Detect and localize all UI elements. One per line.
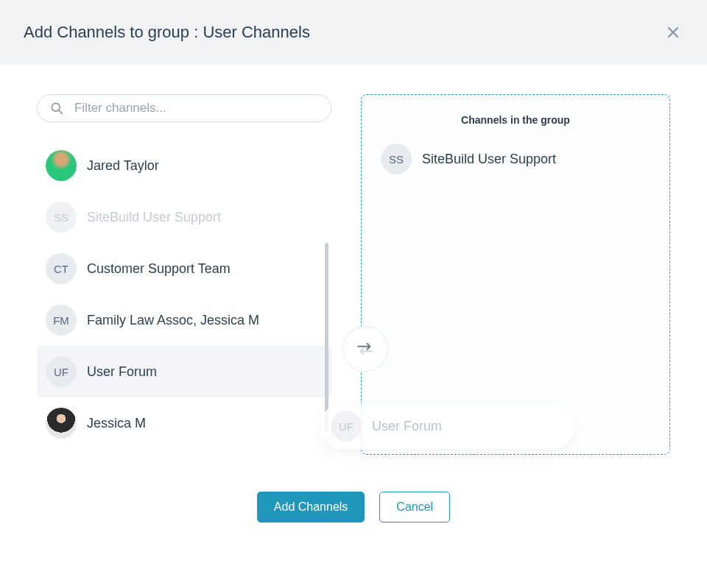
available-channels-column: Jared Taylor SS SiteBuild User Support C… <box>37 94 331 449</box>
svg-line-1 <box>59 110 63 114</box>
close-icon <box>666 26 680 39</box>
filter-channels-input[interactable] <box>73 100 319 116</box>
group-dropzone[interactable]: Channels in the group SS SiteBuild User … <box>361 94 670 455</box>
channel-label: Jared Taylor <box>87 158 159 174</box>
modal-body: Jared Taylor SS SiteBuild User Support C… <box>0 65 707 477</box>
add-channels-button[interactable]: Add Channels <box>257 492 365 523</box>
avatar: SS <box>46 202 77 233</box>
channel-item-jared-taylor[interactable]: Jared Taylor <box>37 140 331 191</box>
cancel-button[interactable]: Cancel <box>379 492 450 523</box>
close-button[interactable] <box>663 22 683 43</box>
channel-label: Family Law Assoc, Jessica M <box>87 313 259 328</box>
channel-list: Jared Taylor SS SiteBuild User Support C… <box>37 140 331 449</box>
avatar: UF <box>46 356 77 387</box>
dropzone-title: Channels in the group <box>379 114 652 126</box>
columns: Jared Taylor SS SiteBuild User Support C… <box>37 94 670 455</box>
group-channels-column: Channels in the group SS SiteBuild User … <box>361 94 670 455</box>
add-channels-modal: Add Channels to group : User Channels <box>0 0 707 552</box>
avatar: CT <box>46 253 77 284</box>
search-wrap <box>37 94 331 122</box>
channel-label: User Forum <box>87 364 157 380</box>
channel-label: SiteBuild User Support <box>87 210 221 225</box>
modal-footer: Add Channels Cancel <box>0 477 707 552</box>
modal-title: Add Channels to group : User Channels <box>24 23 310 42</box>
avatar <box>46 150 77 181</box>
channel-item-user-forum[interactable]: UF User Forum <box>37 346 331 397</box>
swap-icon <box>356 341 375 356</box>
swap-indicator <box>342 326 388 372</box>
channel-label: Jessica M <box>87 416 146 431</box>
search-icon <box>49 101 64 116</box>
avatar: SS <box>381 144 412 174</box>
channel-label: Customer Support Team <box>87 261 231 277</box>
channel-item-family-law-assoc[interactable]: FM Family Law Assoc, Jessica M <box>37 294 331 346</box>
group-channel-item[interactable]: SS SiteBuild User Support <box>379 139 652 179</box>
modal-header: Add Channels to group : User Channels <box>0 0 707 65</box>
channel-label: SiteBuild User Support <box>422 152 556 167</box>
channel-item-sitebuild-user-support: SS SiteBuild User Support <box>37 191 331 243</box>
avatar <box>46 408 77 439</box>
scrollbar[interactable] <box>325 243 328 434</box>
channel-item-jessica-m[interactable]: Jessica M <box>37 397 331 449</box>
avatar: FM <box>46 305 77 336</box>
channel-item-customer-support-team[interactable]: CT Customer Support Team <box>37 243 331 294</box>
